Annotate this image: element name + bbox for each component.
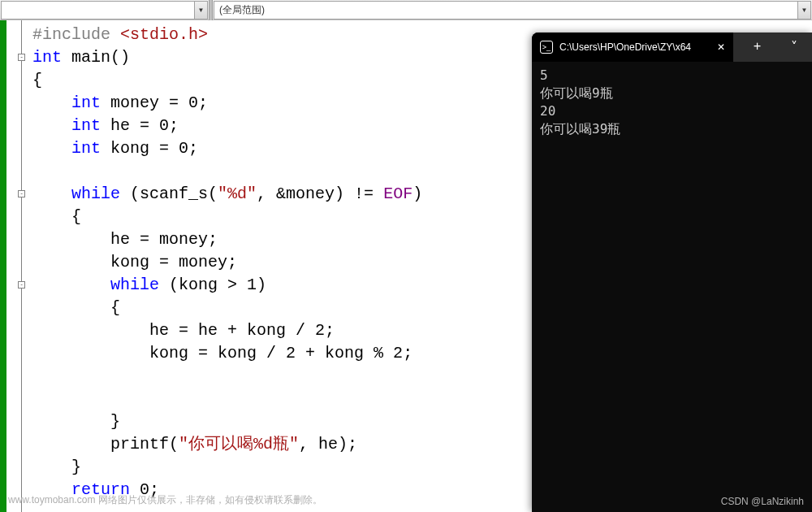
terminal-controls: + ˅ <box>739 33 812 62</box>
code-line[interactable]: kong = money; <box>32 251 532 274</box>
terminal-output[interactable]: 5你可以喝9瓶20你可以喝39瓶 <box>532 62 812 143</box>
code-line[interactable]: he = he + kong / 2; <box>32 319 532 342</box>
fold-toggle[interactable]: - <box>18 54 25 61</box>
code-line[interactable]: int he = 0; <box>32 115 532 137</box>
terminal-line: 20 <box>540 102 804 120</box>
terminal-icon: >_ <box>540 41 553 54</box>
code-line[interactable]: { <box>32 297 532 319</box>
code-line[interactable]: } <box>32 410 532 433</box>
fold-toggle[interactable]: - <box>18 190 25 197</box>
change-indicator-bar <box>0 20 6 512</box>
code-line[interactable]: { <box>32 69 532 92</box>
code-line[interactable] <box>32 388 532 410</box>
terminal-line: 你可以喝9瓶 <box>540 85 804 102</box>
code-line[interactable]: while (scanf_s("%d", &money) != EOF) <box>32 183 532 206</box>
pane-divider[interactable] <box>209 0 213 20</box>
chevron-down-icon: ▼ <box>194 2 207 19</box>
terminal-tab-title: C:\Users\HP\OneDrive\ZY\x64 <box>559 41 691 53</box>
tab-dropdown-button[interactable]: ˅ <box>775 33 812 62</box>
fold-guide-line <box>21 20 22 512</box>
terminal-tab[interactable]: >_ C:\Users\HP\OneDrive\ZY\x64 ✕ <box>532 33 733 62</box>
code-line[interactable]: kong = kong / 2 + kong % 2; <box>32 342 532 365</box>
scope-combo-left[interactable]: ▼ <box>1 1 208 20</box>
scope-text: (全局范围) <box>219 3 265 17</box>
code-line[interactable]: int kong = 0; <box>32 137 532 160</box>
fold-toggle[interactable]: - <box>18 281 25 289</box>
watermark-right: CSDN @LaNzikinh <box>721 496 804 507</box>
chevron-down-icon: ▼ <box>797 2 810 19</box>
code-line[interactable]: { <box>32 206 532 228</box>
code-line[interactable]: he = money; <box>32 228 532 251</box>
code-line[interactable]: while (kong > 1) <box>32 274 532 297</box>
code-line[interactable]: #include <stdio.h> <box>32 24 532 46</box>
code-line[interactable] <box>32 160 532 183</box>
code-block[interactable]: #include <stdio.h>int main(){ int money … <box>26 20 532 512</box>
terminal-titlebar: >_ C:\Users\HP\OneDrive\ZY\x64 ✕ + ˅ <box>532 33 812 62</box>
scope-combo-right[interactable]: (全局范围) ▼ <box>214 1 811 20</box>
code-line[interactable]: int money = 0; <box>32 92 532 115</box>
close-icon[interactable]: ✕ <box>717 41 725 53</box>
terminal-line: 你可以喝39瓶 <box>540 120 804 138</box>
code-line[interactable]: } <box>32 456 532 479</box>
gutter <box>6 20 18 512</box>
fold-column: --- <box>18 20 26 512</box>
new-tab-button[interactable]: + <box>739 33 775 62</box>
watermark-left: www.toymoban.com 网络图片仅供展示，非存储，如有侵权请联系删除。 <box>8 493 322 507</box>
terminal-window: >_ C:\Users\HP\OneDrive\ZY\x64 ✕ + ˅ 5你可… <box>532 33 812 512</box>
code-editor[interactable]: --- #include <stdio.h>int main(){ int mo… <box>0 20 532 512</box>
header-bar: ▼ (全局范围) ▼ <box>0 0 812 20</box>
code-line[interactable] <box>32 365 532 388</box>
terminal-line: 5 <box>540 67 804 85</box>
code-line[interactable]: int main() <box>32 46 532 69</box>
code-line[interactable]: printf("你可以喝%d瓶", he); <box>32 433 532 456</box>
